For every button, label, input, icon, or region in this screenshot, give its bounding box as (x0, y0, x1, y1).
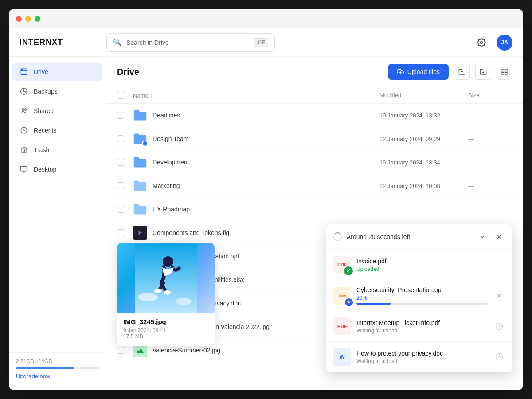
sidebar-item-desktop[interactable]: Desktop (12, 160, 102, 178)
column-size: Size (468, 92, 512, 99)
sidebar-label-drive: Drive (34, 68, 48, 75)
sidebar-item-backups[interactable]: Backups (12, 82, 102, 100)
trash-icon (20, 145, 28, 154)
main-header: Drive Upload files (106, 57, 523, 87)
table-row[interactable]: Deadlines 19 January 2024. 13:32 — (106, 104, 523, 127)
sidebar-item-trash[interactable]: Trash (12, 141, 102, 159)
gear-icon (477, 38, 486, 47)
storage-label: 2.81GB of 4GB (16, 358, 99, 364)
upload-panel-title: Around 20 seconds left (347, 233, 472, 240)
header: INTERNXT 🔍 Search in Drive ⌘F JA (9, 28, 523, 57)
ppt-upload-icon: PPT (333, 287, 351, 305)
progress-fill (356, 303, 391, 305)
folder-icon (133, 202, 147, 216)
svg-rect-15 (505, 69, 507, 71)
sidebar-label-backups: Backups (34, 88, 58, 95)
upload-item-name-ticket: Internxt Meetup Ticket Info.pdf (356, 319, 488, 326)
row-checkbox[interactable] (117, 229, 124, 236)
folder-upload-icon (458, 68, 466, 75)
column-name[interactable]: Name ↑ (133, 92, 379, 99)
maximize-button[interactable] (35, 16, 40, 22)
preview-image (117, 243, 215, 313)
recents-icon (20, 126, 28, 135)
table-row[interactable]: 👤 Design Team 22 January 2024. 09:29 — (106, 127, 523, 151)
upload-item-name: Invoice.pdf (356, 258, 505, 265)
row-checkbox[interactable] (117, 159, 124, 166)
search-placeholder: Search in Drive (126, 39, 249, 46)
sidebar-label-recents: Recents (34, 127, 56, 134)
select-all-checkbox[interactable] (117, 92, 124, 99)
upload-item-ticket: PDF Internxt Meetup Ticket Info.pdf Wait… (326, 311, 512, 342)
clock-icon (495, 322, 504, 331)
header-checkbox-cell (117, 92, 133, 99)
svg-text:PPT: PPT (339, 294, 346, 298)
svg-rect-14 (502, 69, 504, 71)
row-checkbox[interactable] (117, 206, 124, 213)
cancel-icon (496, 292, 503, 299)
content-area: Drive Backups Shared (9, 57, 523, 390)
row-checkbox[interactable] (117, 182, 124, 189)
svg-rect-7 (21, 166, 27, 171)
collapse-panel-button[interactable] (476, 231, 489, 243)
sidebar-label-desktop: Desktop (34, 166, 56, 173)
desktop-icon (20, 165, 28, 174)
sidebar-item-recents[interactable]: Recents (12, 121, 102, 139)
search-icon: 🔍 (113, 38, 122, 47)
table-row[interactable]: UX Roadmap — (106, 198, 523, 221)
waiting-icon-button (493, 320, 505, 332)
upload-item-status-privacy: Waiting to upload (356, 358, 488, 364)
svg-rect-16 (505, 72, 507, 74)
sidebar-item-drive[interactable]: Drive (12, 63, 102, 81)
file-name-cell: 👤 Design Team (133, 132, 379, 146)
chevron-down-icon (479, 233, 486, 240)
svg-point-0 (481, 41, 483, 43)
shared-icon (20, 106, 28, 115)
settings-button[interactable] (473, 35, 489, 51)
row-checkbox[interactable] (117, 347, 124, 354)
pdf-waiting-icon: PDF (333, 317, 351, 335)
search-bar[interactable]: 🔍 Search in Drive ⌘F (106, 33, 275, 52)
user-avatar[interactable]: JA (497, 35, 512, 51)
new-folder-button[interactable] (475, 64, 491, 80)
logo: INTERNXT (20, 38, 99, 47)
upload-item-name-ppt: Cybersecurity_Presentation.ppt (356, 286, 488, 293)
minimize-button[interactable] (25, 16, 31, 22)
folder-icon (133, 179, 147, 193)
grid-view-button[interactable] (497, 64, 512, 80)
svg-rect-17 (502, 72, 504, 74)
svg-rect-2 (21, 69, 23, 71)
backups-icon (20, 87, 28, 96)
column-modified: Modified (379, 92, 468, 99)
upload-icon (397, 68, 404, 75)
svg-point-20 (138, 293, 158, 301)
row-checkbox[interactable] (117, 112, 124, 119)
close-panel-button[interactable] (493, 231, 505, 243)
row-checkbox[interactable] (117, 135, 124, 142)
table-row[interactable]: Development 19 January 2024. 13:34 — (106, 151, 523, 174)
sidebar-item-shared[interactable]: Shared (12, 102, 102, 120)
upload-files-button[interactable]: Upload files (388, 64, 449, 80)
figma-icon: F (133, 226, 147, 240)
upload-panel-header: Around 20 seconds left (326, 224, 512, 250)
sidebar-label-shared: Shared (34, 107, 54, 114)
svg-point-23 (154, 289, 161, 293)
close-button[interactable] (16, 16, 22, 22)
svg-point-21 (176, 298, 192, 305)
page-title: Drive (117, 67, 383, 77)
waiting-icon-button-2 (493, 351, 505, 363)
cancel-upload-button[interactable] (493, 289, 505, 302)
header-icons: JA (473, 35, 512, 51)
upload-folder-button[interactable] (454, 64, 470, 80)
upload-item-status: Uploaded (356, 266, 505, 272)
preview-illustration (135, 244, 197, 313)
table-row[interactable]: Marketing 22 January 2024. 10:08 — (106, 174, 523, 198)
upload-item-privacy: W How to protect your privacy.doc Waitin… (326, 342, 512, 372)
folder-icon (133, 155, 147, 169)
upload-item-status-ppt: 26% (356, 295, 488, 301)
upload-item-info-ppt: Cybersecurity_Presentation.ppt 26% (356, 286, 488, 305)
upload-item-info: Invoice.pdf Uploaded (356, 258, 505, 272)
progress-bar (356, 303, 488, 305)
upgrade-link[interactable]: Upgrade now (16, 373, 99, 379)
file-name-cell: Development (133, 155, 379, 169)
upload-panel: Around 20 seconds left PDF ✓ (326, 224, 512, 372)
